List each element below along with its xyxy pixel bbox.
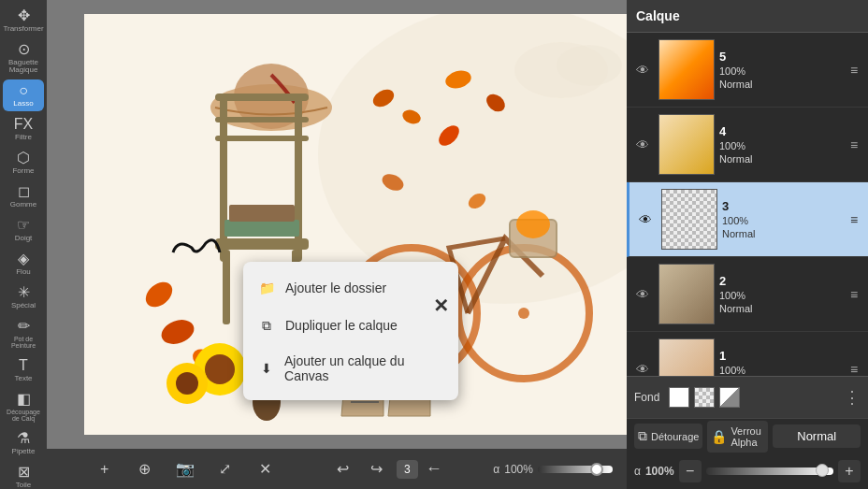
alpha-value-panel: 100%: [645, 465, 674, 478]
redo-icon[interactable]: ↪: [363, 456, 389, 482]
fond-swatch-black[interactable]: [719, 387, 740, 408]
svg-point-27: [205, 354, 235, 384]
flou-icon: ◈: [18, 252, 29, 266]
tool-toile[interactable]: ⊠ Toile: [3, 461, 44, 489]
alpha-plus-button[interactable]: +: [838, 460, 861, 482]
tool-decoupage-label: Découpage de Calq: [5, 409, 42, 422]
layer-thumb-1: [658, 338, 715, 376]
move-icon[interactable]: ⤢: [212, 456, 239, 482]
tool-peinture[interactable]: ✏ Pot de Peinture: [3, 315, 44, 352]
tool-pipette[interactable]: ⚗ Pipette: [3, 427, 44, 459]
tool-forme[interactable]: ⬡ Forme: [3, 147, 44, 179]
right-panel: Calque 👁 5 100% Normal ≡ 👁 4 100%: [627, 0, 868, 489]
lasso-icon: ○: [19, 83, 28, 98]
layer-menu-5[interactable]: ≡: [845, 63, 863, 78]
camera-icon[interactable]: 📷: [172, 456, 198, 482]
alpha-label-panel: α: [634, 465, 641, 478]
blend-row: ⧉ Détourage 🔒 Verrou Alpha Normal: [627, 418, 868, 453]
ctx-duplicate-label: Dupliquer le calque: [285, 318, 398, 333]
tool-lasso[interactable]: ○ Lasso: [3, 79, 44, 111]
bottom-center-section: + ⊕ 📷 ⤢ ✕: [92, 456, 279, 482]
special-icon: ✳: [18, 285, 30, 300]
layer-eye-3[interactable]: 👁: [634, 212, 657, 227]
tool-texte[interactable]: T Texte: [3, 354, 44, 386]
svg-rect-8: [215, 136, 309, 141]
verrou-alpha-button[interactable]: 🔒 Verrou Alpha: [707, 421, 768, 453]
tool-doigt[interactable]: ☞ Doigt: [3, 214, 44, 246]
layer-percent-5: 100%: [719, 65, 845, 77]
alpha-slider[interactable]: [538, 466, 613, 473]
layer-info-4: 4 100% Normal: [719, 124, 845, 165]
layer-menu-2[interactable]: ≡: [845, 287, 863, 302]
duplicate-icon: ⧉: [257, 316, 276, 335]
ctx-add-folder-label: Ajouter le dossier: [285, 280, 386, 295]
texte-icon: T: [19, 358, 28, 373]
tool-peinture-label: Pot de Peinture: [5, 336, 42, 349]
tool-baguette[interactable]: ⊙ Baguette Magique: [3, 38, 44, 78]
layer-eye-1[interactable]: 👁: [631, 362, 654, 377]
tool-transformer-label: Transformer: [3, 25, 43, 33]
layer-eye-4[interactable]: 👁: [631, 137, 654, 152]
gomme-icon: ◻: [18, 184, 30, 199]
layer-mode-3: Normal: [722, 228, 845, 239]
layer-item-5[interactable]: 👁 5 100% Normal ≡: [627, 33, 868, 108]
layer-menu-3[interactable]: ≡: [845, 212, 863, 227]
alpha-knob: [590, 463, 603, 476]
layer-item-1[interactable]: 👁 1 100% Normal ≡: [627, 332, 868, 376]
tool-special[interactable]: ✳ Spécial: [3, 281, 44, 313]
ctx-add-canvas[interactable]: ⬇ Ajouter un calque du Canvas: [243, 344, 458, 393]
fond-label: Fond: [634, 391, 659, 404]
bottom-toolbar: + ⊕ 📷 ⤢ ✕ ↩ ↪ 3 ← α 100%: [0, 449, 627, 489]
detourage-label: Détourage: [651, 431, 699, 442]
add-layer-alt-icon[interactable]: ⊕: [132, 456, 158, 482]
layer-item-2[interactable]: 👁 2 100% Normal ≡: [627, 257, 868, 332]
fond-swatch-white[interactable]: [669, 387, 689, 408]
tool-forme-label: Forme: [12, 167, 34, 175]
add-layer-icon[interactable]: +: [92, 456, 118, 482]
svg-point-29: [176, 372, 198, 395]
alpha-bar-knob: [816, 464, 829, 477]
fond-swatch-gray[interactable]: [694, 387, 715, 408]
alpha-minus-button[interactable]: −: [679, 460, 702, 482]
layer-info-1: 1 100% Normal: [719, 349, 845, 376]
tool-transformer[interactable]: ✥ Transformer: [3, 5, 44, 36]
layer-percent-1: 100%: [719, 365, 845, 376]
layer-thumb-2: [658, 264, 715, 324]
layer-mode-2: Normal: [719, 303, 845, 314]
verrou-alpha-label: Verrou Alpha: [731, 425, 764, 448]
transformer-icon: ✥: [18, 8, 30, 23]
tool-flou-label: Flou: [16, 268, 31, 276]
layer-eye-2[interactable]: 👁: [631, 287, 654, 302]
tool-decoupage[interactable]: ◧ Découpage de Calq: [3, 388, 44, 425]
panel-header: Calque: [627, 0, 868, 33]
layer-menu-1[interactable]: ≡: [845, 362, 863, 377]
tool-lasso-label: Lasso: [13, 100, 33, 108]
delete-icon[interactable]: ✕: [253, 456, 279, 482]
layer-item-4[interactable]: 👁 4 100% Normal ≡: [627, 108, 868, 182]
layer-eye-5[interactable]: 👁: [631, 63, 654, 78]
context-menu-close[interactable]: ✕: [433, 295, 449, 317]
blend-mode-selector[interactable]: Normal: [773, 424, 861, 448]
layer-number-3: 3: [722, 199, 845, 213]
tool-pipette-label: Pipette: [12, 448, 36, 455]
tool-toile-label: Toile: [16, 482, 31, 489]
tool-fx[interactable]: FX Filtre: [3, 113, 44, 145]
nav-back-arrow[interactable]: ←: [426, 459, 442, 479]
ctx-duplicate[interactable]: ⧉ Dupliquer le calque: [243, 307, 458, 344]
tool-gomme[interactable]: ◻ Gomme: [3, 180, 44, 212]
layer-mode-5: Normal: [719, 79, 845, 90]
layer-percent-3: 100%: [722, 215, 845, 226]
detourage-button[interactable]: ⧉ Détourage: [634, 424, 702, 449]
layer-menu-4[interactable]: ≡: [845, 137, 863, 152]
alpha-value: 100%: [504, 463, 533, 476]
baguette-icon: ⊙: [18, 42, 30, 57]
layer-item-3[interactable]: 👁 3 100% Normal ≡: [627, 182, 868, 257]
ctx-add-folder[interactable]: 📁 Ajouter le dossier: [243, 269, 458, 307]
alpha-bar[interactable]: [706, 467, 833, 475]
page-number-button[interactable]: 3: [397, 460, 418, 479]
ctx-add-canvas-label: Ajouter un calque du Canvas: [284, 353, 444, 383]
fond-menu-icon[interactable]: ⋮: [844, 387, 861, 408]
layer-info-2: 2 100% Normal: [719, 274, 845, 314]
tool-flou[interactable]: ◈ Flou: [3, 248, 44, 280]
undo-icon[interactable]: ↩: [329, 456, 355, 482]
